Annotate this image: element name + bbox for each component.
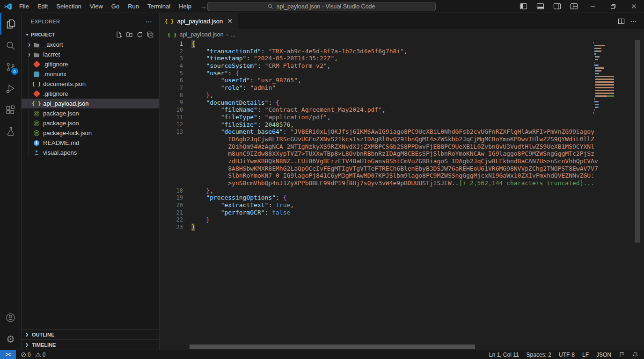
code-row[interactable]: 8A8HSbwKMXR8EMhG2LaQpOCeIvFEgMTIgVTgVTTe… (160, 165, 644, 172)
menu-edit[interactable]: Edit (33, 3, 52, 10)
code-row[interactable]: 22 } (160, 216, 644, 224)
npm-icon: @ (33, 110, 40, 117)
file-name: package-lock.json (43, 129, 92, 136)
code-row[interactable]: 12 "fileSize": 2048576, (160, 121, 644, 129)
code-row[interactable]: 8 }, (160, 92, 644, 99)
command-center-search[interactable]: api_payload.json - Visual Studio Code (207, 2, 436, 11)
section-label: TIMELINE (32, 342, 56, 348)
file-row-.gitignore[interactable]: .gitignore (22, 89, 159, 99)
status-ln[interactable]: Ln 1, Col 11 (489, 352, 519, 358)
line-number: 4 (160, 63, 183, 69)
code-editor[interactable]: 1{2 "transactionId": "TRX-ab9c-4e5d-8f7a… (160, 40, 644, 350)
menu-run[interactable]: Run (124, 3, 143, 10)
file-row-README.md[interactable]: iREADME.md (22, 138, 159, 148)
tab-api-payload[interactable]: { } api_payload.json ✕ (160, 13, 238, 29)
file-row-.gitignore[interactable]: .gitignore (22, 59, 159, 69)
code-row[interactable]: 2 "transactionId": "TRX-ab9c-4e5d-8f7a-1… (160, 48, 644, 55)
layout-customize-icon[interactable] (565, 0, 582, 13)
code-row[interactable]: m8unC9IZdw88XXypTVZ7>TUXXwTBp8>L8OvbnRBb… (160, 150, 644, 158)
remote-indicator[interactable]: >< (0, 350, 16, 359)
code-row[interactable]: 19 "processingOptions": { (160, 194, 644, 201)
refresh-icon[interactable] (137, 31, 143, 38)
status-lf[interactable]: LF (582, 352, 589, 358)
section-timeline[interactable]: ❯TIMELINE (22, 339, 159, 350)
code-row[interactable]: 9 "documentDetails": { (160, 99, 644, 107)
activity-explorer-icon[interactable] (0, 13, 22, 35)
code-line: "fileType": "application/pdf", (191, 114, 330, 121)
code-row[interactable]: 10 "fileName": "Contract_Agreement_May20… (160, 106, 644, 114)
vertical-scrollbar[interactable] (635, 40, 640, 243)
code-row[interactable]: 5 "user": { (160, 70, 644, 77)
project-section-header[interactable]: ▼ PROJECT (22, 29, 159, 40)
code-row[interactable]: 3 "timestamp": "2024-05-20T14:35:22Z", (160, 55, 644, 62)
minimap[interactable] (593, 42, 614, 115)
close-button[interactable] (623, 0, 644, 13)
code-row[interactable]: SlbnRoYmoKN7 0 IG9lagoPj841C6yM3gMTAwMD0… (160, 172, 644, 180)
file-row-documents.json[interactable]: { }documents.json (22, 79, 159, 89)
code-row[interactable]: 21 "performOCR": false (160, 209, 644, 216)
minimize-button[interactable] (582, 0, 603, 13)
activity-account-icon[interactable] (0, 307, 22, 328)
feedback-icon[interactable] (619, 352, 625, 358)
code-row[interactable]: 7 "role": "admin" (160, 84, 644, 92)
code-row[interactable]: IDAgb2JqCjw8LTRScGUvUGFnZXNvS21kcs1szIDA… (160, 136, 644, 143)
collapse-all-icon[interactable] (147, 31, 154, 38)
file-row-visual.apens[interactable]: visual.apens (22, 148, 159, 158)
section-outline[interactable]: ❯OUTLINE (22, 329, 159, 339)
maximize-button[interactable] (603, 0, 623, 13)
code-row[interactable]: 11 "fileType": "application/pdf", (160, 114, 644, 121)
activity-extensions-icon[interactable] (0, 99, 22, 121)
code-row[interactable]: 6 "userId": "usr_98765", (160, 77, 644, 84)
status-utf8[interactable]: UTF-8 (559, 352, 575, 358)
split-editor-icon[interactable] (618, 18, 625, 25)
bell-icon[interactable] (632, 352, 638, 358)
remote-icon: >< (6, 352, 10, 357)
folder-row-lacrret[interactable]: ❯lacrret (22, 50, 159, 59)
new-file-icon[interactable] (116, 31, 122, 38)
file-row-package.json[interactable]: @package.json (22, 108, 159, 118)
section-label: OUTLINE (32, 332, 54, 337)
activity-run-debug-icon[interactable] (0, 78, 22, 99)
status-spaces[interactable]: Spaces: 2 (527, 352, 551, 358)
problems-indicator[interactable]: 0 0 (16, 352, 45, 358)
folder-row-_axcort[interactable]: ❯_axcort (22, 40, 159, 50)
new-folder-icon[interactable] (126, 31, 133, 38)
layout-sidebar-left-icon[interactable] (515, 0, 532, 13)
layout-sidebar-right-icon[interactable] (549, 0, 565, 13)
code-line: }, (191, 92, 213, 99)
code-row[interactable]: 20 "extractText": true, (160, 201, 644, 209)
layout-panel-icon[interactable] (532, 0, 549, 13)
status-json[interactable]: JSON (596, 352, 611, 358)
sidebar-bottom-sections: ❯OUTLINE❯TIMELINE (22, 329, 159, 350)
code-row[interactable]: 23} (160, 223, 644, 231)
menu-file[interactable]: File (15, 3, 33, 10)
activity-settings-icon[interactable]: ⚙ (0, 328, 22, 350)
menu-terminal[interactable]: Terminal (143, 3, 175, 10)
file-row-package.json[interactable]: @package.json (22, 118, 159, 128)
code-row[interactable]: 18 }, (160, 187, 644, 194)
code-row[interactable]: zdHJiYwmKB8QkN8NZ..EUi86VgBErzETV48aH1oG… (160, 158, 644, 165)
menu-go[interactable]: Go (107, 3, 124, 10)
menu-selection[interactable]: Selection (52, 3, 85, 10)
code-line: ZOihQm94WzAgNCA 2NTIgNzkyXS9RZXNvdXJjZXM… (191, 143, 594, 151)
file-row-package-lock.json[interactable]: @package-lock.json (22, 128, 159, 138)
nav-back-icon[interactable]: ← (185, 2, 192, 10)
activity-search-icon[interactable] (0, 35, 22, 56)
breadcrumb[interactable]: { } api_payload.json › ... (160, 29, 644, 40)
code-row[interactable]: 4 "sourceSystem": "CRM_Platform_v2", (160, 62, 644, 70)
code-row[interactable]: 1{ (160, 40, 644, 48)
more-actions-icon[interactable]: ⋯ (146, 18, 153, 25)
file-row-.monurix[interactable]: □.monurix (22, 69, 159, 79)
close-icon[interactable]: ✕ (227, 17, 233, 25)
activity-source-control-icon[interactable]: 0 (0, 56, 22, 78)
activity-testing-icon[interactable] (0, 121, 22, 142)
code-row[interactable]: >ynS8cmVhbQp4nJ1ZyXPPbOBLF99dP19f8Hj7sQy… (160, 180, 644, 187)
nav-forward-icon[interactable]: → (200, 2, 207, 10)
code-row[interactable]: ZOihQm94WzAgNCA 2NTIgNzkyXS9RZXNvdXJjZXM… (160, 143, 644, 151)
editor-more-actions-icon[interactable]: ⋯ (630, 17, 637, 25)
menu-view[interactable]: View (86, 3, 107, 10)
file-row-api_payload.json[interactable]: { }api_payload.json (22, 99, 159, 108)
horizontal-scrollbar[interactable] (190, 345, 475, 349)
code-row[interactable]: 13 "document_base64": "JVBERi0xLjQKJfsj6… (160, 128, 644, 136)
file-name: .gitignore (43, 61, 68, 68)
